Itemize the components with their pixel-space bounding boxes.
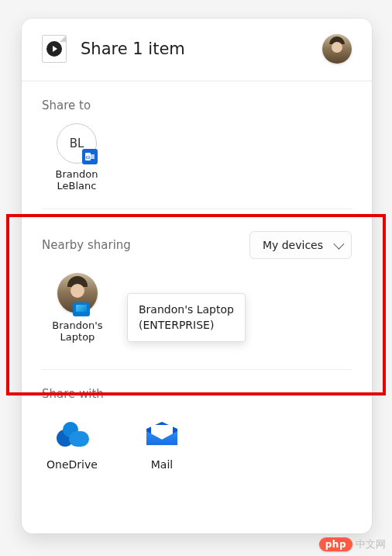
nearby-devices-row: Brandon's Laptop Brandon's Laptop (ENTER… [42,273,352,343]
divider [42,369,352,370]
mail-icon [145,416,179,451]
dialog-header: Share 1 item [22,19,372,81]
tooltip-line2: (ENTERPRISE) [139,317,234,333]
share-dialog: Share 1 item Share to BL O Brandon LeBla… [22,19,372,534]
device-name: Brandon's Laptop [42,319,113,343]
dropdown-selected-text: My devices [263,239,323,251]
contact-avatar: BL O [57,123,97,164]
svg-rect-2 [91,154,95,159]
monitor-icon [73,302,90,316]
nearby-scope-dropdown[interactable]: My devices [249,231,352,259]
dialog-body: Share to BL O Brandon LeBlanc Nearby sha… [22,81,372,534]
share-with-apps: OneDrive Mail [42,416,352,471]
app-label: Mail [132,458,192,471]
share-app-onedrive[interactable]: OneDrive [42,416,102,471]
file-type-icon [42,35,67,63]
contact-item[interactable]: BL O Brandon LeBlanc [42,123,112,192]
share-with-label: Share with [42,387,352,401]
share-to-label: Share to [42,98,352,112]
nearby-header-row: Nearby sharing My devices [42,231,352,259]
share-app-mail[interactable]: Mail [132,416,192,471]
app-label: OneDrive [42,458,102,471]
watermark-pill: php [319,537,352,551]
contact-name: Brandon LeBlanc [42,168,112,192]
outlook-badge-icon: O [82,149,98,164]
device-tooltip: Brandon's Laptop (ENTERPRISE) [127,293,246,342]
nearby-device-item[interactable]: Brandon's Laptop [42,273,113,343]
divider [42,209,352,209]
onedrive-icon [55,416,89,451]
dialog-title: Share 1 item [81,40,322,58]
nearby-sharing-label: Nearby sharing [42,238,131,252]
account-avatar[interactable] [322,34,352,64]
tooltip-line1: Brandon's Laptop [139,302,234,317]
svg-text:O: O [86,154,91,161]
watermark: php 中文网 [319,537,386,551]
watermark-text: 中文网 [356,537,386,551]
chevron-down-icon [333,239,344,250]
contact-initials: BL [70,136,84,150]
